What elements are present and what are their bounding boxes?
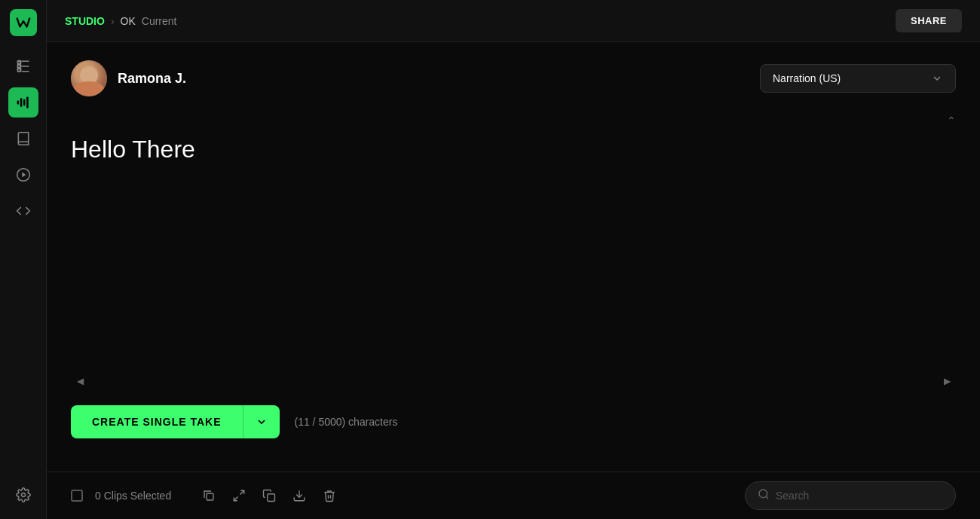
text-editor[interactable]: Hello There [71,130,956,366]
svg-rect-5 [23,99,26,105]
topbar: STUDIO › OK Current SHARE [47,0,980,42]
create-button-wrapper: CREATE SINGLE TAKE [71,405,280,438]
sidebar-item-settings[interactable] [8,480,38,510]
delete-button[interactable] [316,482,343,509]
svg-rect-13 [268,494,275,502]
voice-info: Ramona J. [71,60,186,96]
chevron-down-icon [256,416,268,428]
expand-button[interactable] [225,482,253,509]
collapse-button[interactable]: ⌃ [947,114,956,127]
svg-rect-3 [17,101,19,105]
voice-row: Ramona J. Narration (US) [71,60,956,96]
chevron-down-icon [931,72,943,84]
create-single-take-button[interactable]: CREATE SINGLE TAKE [71,405,243,438]
character-count: (11 / 5000) characters [295,416,398,428]
svg-rect-0 [17,61,20,64]
narration-select[interactable]: Narration (US) [760,64,956,93]
nav-arrows: ◀ ▶ [71,372,956,390]
sidebar [0,0,47,519]
breadcrumb-separator: › [111,15,115,27]
clips-selected-label: 0 Clips Selected [95,490,171,502]
breadcrumb: STUDIO › OK Current [65,15,176,27]
app-logo[interactable] [10,9,37,36]
svg-line-11 [240,490,244,494]
breadcrumb-studio[interactable]: STUDIO [65,15,105,27]
svg-point-9 [21,493,25,497]
editor-text: Hello There [71,130,956,169]
duplicate-button[interactable] [195,482,222,509]
narration-value: Narration (US) [773,72,841,84]
search-icon [758,488,770,503]
clips-checkbox[interactable] [71,490,83,502]
copy-button[interactable] [256,482,283,509]
breadcrumb-current: Current [142,15,177,27]
svg-rect-2 [17,69,20,72]
sidebar-item-audio[interactable] [8,87,38,118]
avatar-image [71,60,107,96]
main-panel: STUDIO › OK Current SHARE Ramona J. Narr… [47,0,980,519]
svg-line-12 [234,497,237,501]
create-dropdown-button[interactable] [243,405,280,438]
prev-arrow[interactable]: ◀ [71,372,89,390]
breadcrumb-ok[interactable]: OK [121,15,136,27]
svg-rect-10 [207,493,213,500]
svg-rect-4 [20,98,21,107]
next-arrow[interactable]: ▶ [938,372,956,390]
svg-line-16 [766,496,768,499]
svg-rect-1 [17,65,20,68]
svg-rect-6 [26,97,28,108]
sidebar-item-book[interactable] [8,124,38,154]
avatar [71,60,107,96]
toolbar-icons [195,482,343,509]
content-area: Ramona J. Narration (US) ⌃ Hello There ◀… [47,42,980,472]
download-button[interactable] [286,482,313,509]
voice-name: Ramona J. [118,71,186,87]
sidebar-item-files[interactable] [8,51,38,81]
search-box[interactable] [745,481,956,510]
svg-marker-8 [22,172,26,178]
bottombar: 0 Clips Selected [47,472,980,519]
search-input[interactable] [776,490,943,502]
sidebar-item-code[interactable] [8,196,38,226]
sidebar-item-play[interactable] [8,160,38,190]
action-row: CREATE SINGLE TAKE (11 / 5000) character… [71,405,956,438]
svg-point-15 [759,490,767,498]
share-button[interactable]: SHARE [896,9,962,32]
